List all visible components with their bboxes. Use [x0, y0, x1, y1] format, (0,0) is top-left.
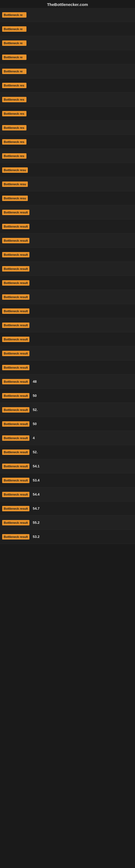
bottleneck-label: Bottleneck res [2, 125, 27, 130]
table-row: Bottleneck result [0, 262, 135, 276]
table-row: Bottleneck result53.2 [0, 530, 135, 544]
bottleneck-label: Bottleneck result [2, 280, 30, 286]
table-row: Bottleneck re [0, 50, 135, 64]
table-row: Bottleneck res [0, 135, 135, 149]
bottleneck-label: Bottleneck res [2, 139, 27, 145]
table-row: Bottleneck result55.2 [0, 516, 135, 530]
table-row: Bottleneck resu [0, 163, 135, 177]
table-row: Bottleneck result [0, 290, 135, 304]
bottleneck-label: Bottleneck result [2, 365, 30, 370]
bottleneck-value: 54.4 [33, 492, 39, 496]
table-row: Bottleneck result [0, 361, 135, 375]
bottleneck-label: Bottleneck res [2, 153, 27, 159]
bottleneck-label: Bottleneck result [2, 478, 30, 483]
bottleneck-label: Bottleneck result [2, 450, 30, 455]
table-row: Bottleneck result [0, 205, 135, 219]
bottleneck-label: Bottleneck res [2, 97, 27, 102]
bottleneck-value: 55.2 [33, 521, 39, 525]
table-row: Bottleneck res [0, 93, 135, 106]
bottleneck-label: Bottleneck resu [2, 195, 28, 201]
bottleneck-label: Bottleneck result [2, 393, 30, 399]
bottleneck-label: Bottleneck result [2, 252, 30, 257]
bottleneck-label: Bottleneck result [2, 224, 30, 229]
table-row: Bottleneck result [0, 276, 135, 290]
table-row: Bottleneck result48 [0, 375, 135, 389]
table-row: Bottleneck result54.4 [0, 488, 135, 501]
bottleneck-value: 53.2 [33, 535, 39, 539]
table-row: Bottleneck result [0, 318, 135, 332]
bottleneck-label: Bottleneck resu [2, 167, 28, 173]
bottleneck-value: 52. [33, 408, 38, 412]
bottleneck-label: Bottleneck result [2, 520, 30, 525]
table-row: Bottleneck re [0, 22, 135, 36]
bottleneck-value: 50 [33, 422, 37, 426]
table-row: Bottleneck result [0, 248, 135, 262]
bottleneck-label: Bottleneck result [2, 534, 30, 539]
bottleneck-label: Bottleneck result [2, 337, 30, 342]
table-row: Bottleneck result53.4 [0, 473, 135, 488]
bottleneck-label: Bottleneck result [2, 492, 30, 497]
bottleneck-label: Bottleneck result [2, 266, 30, 272]
bottleneck-label: Bottleneck result [2, 294, 30, 300]
table-row: Bottleneck result50 [0, 389, 135, 403]
table-row: Bottleneck res [0, 149, 135, 163]
bottleneck-label: Bottleneck result [2, 421, 30, 427]
table-row: Bottleneck result54.7 [0, 501, 135, 516]
bottleneck-label: Bottleneck result [2, 464, 30, 469]
bottleneck-label: Bottleneck re [2, 69, 27, 74]
bottleneck-label: Bottleneck resu [2, 182, 28, 187]
bottleneck-value: 48 [33, 379, 37, 383]
table-row: Bottleneck result52. [0, 403, 135, 417]
table-row: Bottleneck result [0, 346, 135, 361]
table-row: Bottleneck result52. [0, 445, 135, 459]
bottleneck-label: Bottleneck result [2, 308, 30, 314]
bottleneck-value: 50 [33, 394, 37, 398]
bottleneck-value: 54.1 [33, 464, 39, 468]
table-row: Bottleneck re [0, 64, 135, 79]
bottleneck-label: Bottleneck res [2, 111, 27, 116]
bottleneck-label: Bottleneck result [2, 407, 30, 412]
bottleneck-label: Bottleneck re [2, 26, 27, 32]
table-row: Bottleneck resu [0, 191, 135, 205]
table-row: Bottleneck result54.1 [0, 459, 135, 473]
bottleneck-label: Bottleneck re [2, 12, 27, 18]
table-row: Bottleneck result [0, 234, 135, 248]
table-row: Bottleneck result [0, 304, 135, 318]
table-row: Bottleneck re [0, 8, 135, 22]
site-title: TheBottlenecker.com [47, 2, 88, 7]
bottleneck-label: Bottleneck result [2, 238, 30, 243]
table-row: Bottleneck re [0, 36, 135, 50]
bottleneck-label: Bottleneck result [2, 435, 30, 441]
bottleneck-label: Bottleneck re [2, 55, 27, 60]
table-row: Bottleneck res [0, 79, 135, 93]
bottleneck-label: Bottleneck result [2, 322, 30, 328]
bottleneck-label: Bottleneck result [2, 506, 30, 511]
table-row: Bottleneck result4 [0, 431, 135, 445]
table-row: Bottleneck res [0, 121, 135, 135]
table-row: Bottleneck result [0, 219, 135, 234]
bottleneck-label: Bottleneck res [2, 83, 27, 88]
bottleneck-label: Bottleneck result [2, 351, 30, 356]
bottleneck-value: 54.7 [33, 506, 39, 510]
table-row: Bottleneck resu [0, 177, 135, 191]
table-row: Bottleneck result [0, 332, 135, 346]
bottleneck-label: Bottleneck result [2, 379, 30, 384]
table-row: Bottleneck result50 [0, 417, 135, 431]
bottleneck-value: 4 [33, 436, 35, 440]
bottleneck-value: 53.4 [33, 478, 39, 482]
bottleneck-label: Bottleneck re [2, 40, 27, 46]
bottleneck-value: 52. [33, 450, 38, 454]
bottleneck-label: Bottleneck result [2, 210, 30, 215]
table-row: Bottleneck res [0, 106, 135, 121]
